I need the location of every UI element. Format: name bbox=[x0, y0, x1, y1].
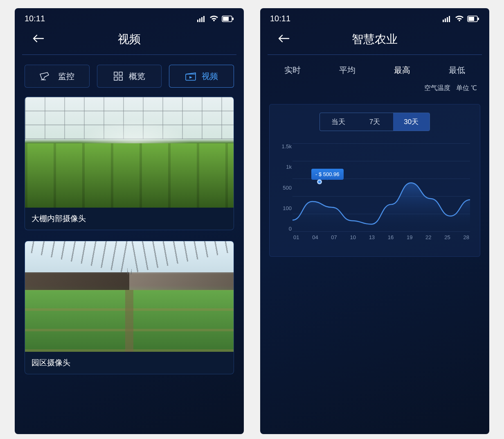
chart-highlight-dot bbox=[317, 179, 322, 184]
chart-plot bbox=[292, 143, 470, 231]
x-tick: 22 bbox=[425, 234, 431, 246]
status-bar: 10:11 bbox=[15, 8, 244, 27]
chart-tooltip: - $ 500.96 bbox=[311, 169, 344, 180]
wifi-icon bbox=[455, 16, 464, 22]
video-card-label: 园区摄像头 bbox=[25, 352, 234, 374]
chart-panel: 当天 7天 30天 1.5k 1k 500 100 0 bbox=[269, 104, 480, 257]
time-range-segment: 当天 7天 30天 bbox=[320, 113, 430, 131]
y-tick: 1k bbox=[275, 164, 292, 170]
tab-monitor[interactable]: 监控 bbox=[25, 65, 90, 88]
view-switch: 监控 概览 视频 bbox=[15, 55, 244, 88]
battery-icon bbox=[222, 16, 234, 22]
svg-rect-9 bbox=[119, 72, 122, 75]
svg-rect-13 bbox=[443, 20, 444, 22]
video-card[interactable]: 园区摄像头 bbox=[25, 241, 234, 374]
app-header: 智慧农业 bbox=[268, 27, 482, 55]
y-tick: 100 bbox=[275, 205, 292, 211]
tab-max[interactable]: 最高 bbox=[390, 63, 414, 77]
range-7d[interactable]: 7天 bbox=[356, 113, 393, 131]
svg-rect-0 bbox=[197, 20, 198, 22]
x-tick: 04 bbox=[312, 234, 318, 246]
tab-monitor-label: 监控 bbox=[58, 71, 74, 82]
svg-rect-6 bbox=[232, 18, 234, 20]
range-today[interactable]: 当天 bbox=[320, 113, 356, 131]
y-tick: 1.5k bbox=[275, 143, 292, 149]
status-time: 10:11 bbox=[270, 14, 290, 23]
status-time: 10:11 bbox=[25, 14, 45, 23]
video-card[interactable]: 大棚内部摄像头 bbox=[25, 97, 234, 230]
page-title: 视频 bbox=[32, 32, 227, 47]
status-indicators bbox=[197, 16, 234, 22]
svg-rect-8 bbox=[114, 72, 117, 75]
metric-subinfo: 空气温度 单位 ℃ bbox=[260, 81, 489, 99]
svg-rect-16 bbox=[449, 16, 450, 22]
video-card-list: 大棚内部摄像头 园区摄像头 bbox=[15, 88, 244, 374]
signal-icon bbox=[443, 16, 452, 22]
tab-min[interactable]: 最低 bbox=[445, 63, 469, 77]
y-tick: 0 bbox=[275, 226, 292, 232]
clapper-icon bbox=[185, 72, 196, 81]
x-tick: 16 bbox=[388, 234, 394, 246]
status-indicators bbox=[443, 16, 479, 22]
metric-unit: 单位 ℃ bbox=[456, 84, 477, 91]
phone-screen-video: 10:11 视频 监控 概览 视频 大棚内部摄像头 bbox=[15, 8, 244, 434]
camera-icon bbox=[39, 72, 52, 81]
phone-screen-analytics: 10:11 智慧农业 实时 平均 最高 最低 空气温度 单位 ℃ 当天 7天 3… bbox=[260, 8, 489, 434]
x-tick: 13 bbox=[369, 234, 375, 246]
line-chart[interactable]: 1.5k 1k 500 100 0 - $ 500.96 bbox=[292, 143, 470, 246]
metric-type-tabs: 实时 平均 最高 最低 bbox=[260, 55, 489, 81]
svg-rect-1 bbox=[199, 18, 200, 22]
signal-icon bbox=[197, 16, 206, 22]
chart-y-axis: 1.5k 1k 500 100 0 bbox=[275, 143, 292, 232]
video-card-label: 大棚内部摄像头 bbox=[25, 208, 234, 230]
tab-video-label: 视频 bbox=[202, 71, 218, 82]
svg-rect-3 bbox=[203, 16, 205, 22]
svg-rect-11 bbox=[119, 77, 122, 80]
tab-overview-label: 概览 bbox=[129, 71, 145, 82]
x-tick: 07 bbox=[331, 234, 337, 246]
page-title: 智慧农业 bbox=[277, 32, 472, 47]
chart-x-axis: 01 04 07 10 13 16 19 22 25 28 bbox=[292, 234, 470, 246]
svg-rect-2 bbox=[201, 17, 202, 22]
video-thumbnail bbox=[25, 241, 234, 352]
x-tick: 28 bbox=[463, 234, 469, 246]
svg-rect-5 bbox=[223, 17, 229, 21]
video-thumbnail bbox=[25, 97, 234, 208]
tab-realtime[interactable]: 实时 bbox=[280, 63, 305, 77]
svg-rect-19 bbox=[478, 18, 479, 20]
svg-rect-15 bbox=[447, 17, 448, 22]
range-30d[interactable]: 30天 bbox=[393, 113, 430, 131]
tab-average[interactable]: 平均 bbox=[335, 63, 360, 77]
battery-icon bbox=[467, 16, 479, 22]
wifi-icon bbox=[209, 16, 218, 22]
metric-name: 空气温度 bbox=[424, 84, 450, 91]
x-tick: 19 bbox=[407, 234, 412, 246]
svg-rect-18 bbox=[468, 17, 474, 21]
y-tick: 500 bbox=[275, 185, 292, 191]
tab-video[interactable]: 视频 bbox=[169, 65, 234, 88]
svg-rect-14 bbox=[445, 18, 446, 22]
x-tick: 01 bbox=[293, 234, 299, 246]
x-tick: 10 bbox=[350, 234, 356, 246]
tab-overview[interactable]: 概览 bbox=[97, 65, 162, 88]
x-tick: 25 bbox=[444, 234, 450, 246]
svg-rect-10 bbox=[114, 77, 117, 80]
grid-icon bbox=[113, 71, 123, 81]
app-header: 视频 bbox=[22, 27, 236, 55]
status-bar: 10:11 bbox=[260, 8, 489, 27]
